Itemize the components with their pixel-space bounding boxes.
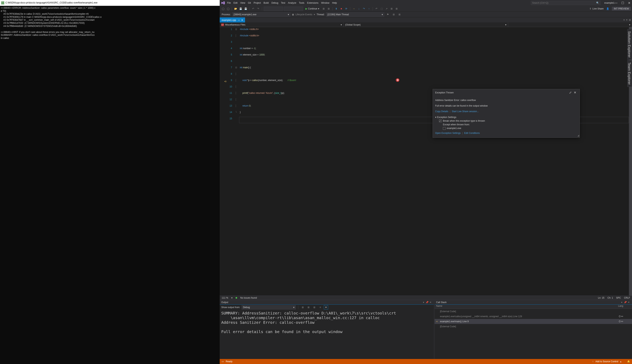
code-editor[interactable]: 123456789101112131415 ⊟│⊟││││││└ #includ…	[220, 27, 632, 296]
callstack-row[interactable]: [External Code]	[435, 309, 632, 314]
continue-button[interactable]: ▶ Continue ▾	[304, 6, 321, 11]
redo-icon[interactable]: ↷	[256, 6, 260, 11]
output-source-select[interactable]: Debug▾	[242, 305, 296, 310]
scope-global[interactable]: (Global Scope) ▾	[344, 22, 508, 27]
notifications-icon[interactable]: 🔔	[627, 360, 630, 363]
live-share-button[interactable]: ⇪ Live Share	[587, 7, 605, 10]
tool-icon-3[interactable]: ↗	[384, 6, 389, 11]
callstack-body[interactable]: [External Code]example1.exe!calloc(unsig…	[435, 309, 632, 359]
debug-target-icon[interactable]: ⊞	[322, 6, 326, 11]
vs-titlebar[interactable]: File Edit View Git Project Build Debug T…	[220, 0, 632, 6]
open-file-icon[interactable]: 📂	[233, 6, 238, 11]
clear-icon[interactable]: ✖	[324, 305, 328, 310]
issues-label[interactable]: No issues found	[240, 296, 257, 299]
quick-search[interactable]: 🔍	[531, 1, 600, 5]
nav-fwd-icon[interactable]: ◯	[226, 6, 230, 11]
tab-example1[interactable]: example1.cpp ⊸ ✕	[220, 18, 245, 22]
lifecycle-icon[interactable]: ▣	[292, 13, 294, 16]
open-exception-settings-link[interactable]: Open Exception Settings	[435, 132, 461, 134]
minimize-button[interactable]: —	[614, 1, 617, 5]
copy-details-link[interactable]: Copy Details	[435, 110, 448, 113]
menu-file[interactable]: File	[227, 2, 231, 4]
zoom-level[interactable]: 111 %	[222, 296, 228, 299]
process-select[interactable]: [38840] example1.exe▾	[232, 12, 290, 17]
pin-icon[interactable]: 📌	[425, 301, 429, 304]
save-all-icon[interactable]: 💾	[243, 6, 248, 11]
col-indicator[interactable]: Ch: 1	[607, 296, 613, 299]
stop-icon[interactable]: ■	[339, 6, 343, 11]
except-item-checkbox[interactable]: example1.exe	[443, 126, 577, 130]
tab-solution-explorer[interactable]: Solution Explorer	[627, 29, 632, 60]
callstack-row[interactable]: [External Code]	[435, 324, 632, 329]
menu-debug[interactable]: Debug	[271, 2, 278, 4]
search-icon[interactable]: 🔍	[596, 2, 599, 4]
stack2-icon[interactable]: ⊞	[397, 12, 402, 17]
fold-column[interactable]: ⊟│⊟││││││└	[235, 27, 239, 296]
menu-project[interactable]: Project	[253, 2, 261, 4]
scope-member[interactable]: ▾	[508, 22, 632, 27]
undo-icon[interactable]: ↶	[251, 6, 255, 11]
lifecycle-label[interactable]: Lifecycle Events	[295, 13, 312, 16]
close-icon[interactable]: ✕	[572, 90, 577, 95]
menu-help[interactable]: Help	[332, 2, 337, 4]
output-tool-icon[interactable]: ⊞	[300, 305, 305, 310]
add-source-control[interactable]: Add to Source Control	[595, 360, 618, 363]
menu-test[interactable]: Test	[281, 2, 285, 4]
callstack-row[interactable]: ➪example1.exe!main() Line 9C++	[435, 319, 632, 324]
feedback-icon[interactable]: 👤	[606, 7, 609, 10]
exception-settings-header[interactable]: Exception Settings	[435, 116, 577, 119]
flag-icon[interactable]: ⚑	[386, 12, 390, 17]
checkbox-icon[interactable]	[439, 120, 442, 122]
tool-icon-2[interactable]: ⬚	[379, 6, 384, 11]
config-select[interactable]	[264, 6, 283, 11]
pin-icon[interactable]: ⤢	[568, 90, 572, 95]
thread-select[interactable]: [22260] Main Thread▾	[326, 12, 384, 17]
menu-git[interactable]: Git	[248, 2, 251, 4]
break-when-checkbox[interactable]: Break when this exception type is thrown	[439, 119, 577, 123]
chevron-down-icon[interactable]: ▾	[422, 301, 425, 304]
output-tool-icon[interactable]: ⊞	[312, 305, 317, 310]
menu-build[interactable]: Build	[264, 2, 269, 4]
stack-icon[interactable]: ⊞	[392, 12, 396, 17]
menu-tools[interactable]: Tools	[299, 2, 304, 4]
close-icon[interactable]: ✕	[627, 301, 630, 304]
close-icon[interactable]: ✕	[429, 301, 432, 304]
edit-conditions-link[interactable]: Edit Conditions	[464, 132, 480, 134]
chevron-up-icon[interactable]: ▴	[620, 360, 621, 363]
code-content[interactable]: #include <stdio.h> #include <stdlib.h> i…	[239, 27, 629, 296]
preview-icon[interactable]: ▾	[623, 18, 625, 21]
nav-back-icon[interactable]: ◯	[221, 6, 225, 11]
tool-icon-4[interactable]: ⊞	[390, 6, 394, 11]
platform-select[interactable]	[284, 6, 303, 11]
step-over-icon[interactable]: ↷	[362, 6, 366, 11]
scope-project[interactable]: C+Miscellaneous Files ▾	[220, 22, 344, 27]
chevron-down-icon[interactable]: ▾	[231, 296, 232, 299]
output-text[interactable]: SUMMARY: AddressSanitizer: calloc-overfl…	[220, 310, 434, 359]
output-titlebar[interactable]: Output ▾ 📌 ✕	[220, 300, 434, 304]
word-wrap-icon[interactable]: ≡	[318, 305, 322, 310]
checkbox-icon[interactable]	[443, 127, 446, 130]
step-into-icon[interactable]: ↓	[357, 6, 361, 11]
menu-extensions[interactable]: Extensions	[307, 2, 319, 4]
error-glyph-icon[interactable]: ✖	[396, 78, 399, 82]
pause-icon[interactable]: ⏸	[334, 6, 338, 11]
menu-edit[interactable]: Edit	[233, 2, 237, 4]
chevron-down-icon[interactable]: ▾	[620, 301, 623, 304]
settings-icon[interactable]: ✶	[626, 18, 628, 21]
tool-icon-5[interactable]: ⊞	[395, 6, 399, 11]
close-icon[interactable]: ✕	[241, 19, 243, 22]
console-titlebar[interactable]: C:\MSDN\cpp-docs-pr\docs\c-language\ASAN…	[0, 0, 220, 6]
col-name[interactable]: Name	[435, 304, 616, 309]
restart-icon[interactable]: ⟳	[344, 6, 349, 11]
add-icon[interactable]: ⊞	[629, 18, 631, 21]
maximize-button[interactable]: ☐	[621, 1, 624, 5]
tool-icon-1[interactable]: ↶	[374, 6, 379, 11]
menu-view[interactable]: View	[240, 2, 245, 4]
menu-analyze[interactable]: Analyze	[288, 2, 296, 4]
exception-titlebar[interactable]: Exception Thrown ⤢ ✕	[433, 89, 579, 96]
eol-indicator[interactable]: CRLF	[624, 296, 630, 299]
step-out-icon[interactable]: ↑	[367, 6, 371, 11]
pin-icon[interactable]: ⊸	[238, 19, 240, 22]
line-indicator[interactable]: Ln: 15	[598, 296, 604, 299]
pin-icon[interactable]: 📌	[623, 301, 627, 304]
